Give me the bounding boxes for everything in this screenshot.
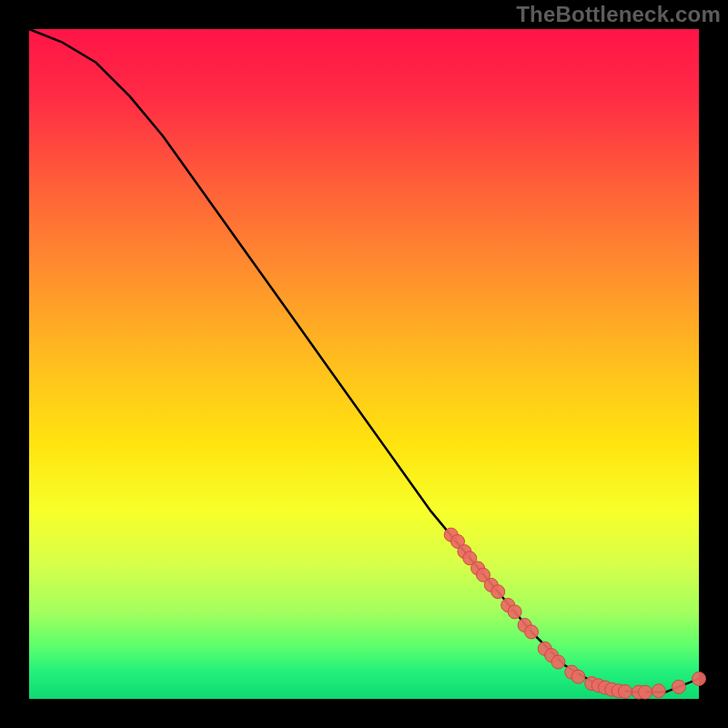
highlight-point — [571, 670, 585, 683]
highlight-point — [672, 680, 685, 693]
heat-gradient-background — [29, 29, 699, 699]
highlight-point — [639, 685, 652, 699]
highlight-point — [508, 605, 521, 619]
highlight-point — [619, 684, 632, 698]
chart-stage: TheBottleneck.com — [0, 0, 728, 728]
highlight-point — [491, 585, 505, 599]
bottleneck-chart — [0, 0, 728, 728]
highlight-point — [525, 625, 539, 639]
highlight-point — [652, 684, 665, 698]
highlight-point — [693, 672, 706, 685]
highlight-point — [551, 655, 565, 669]
